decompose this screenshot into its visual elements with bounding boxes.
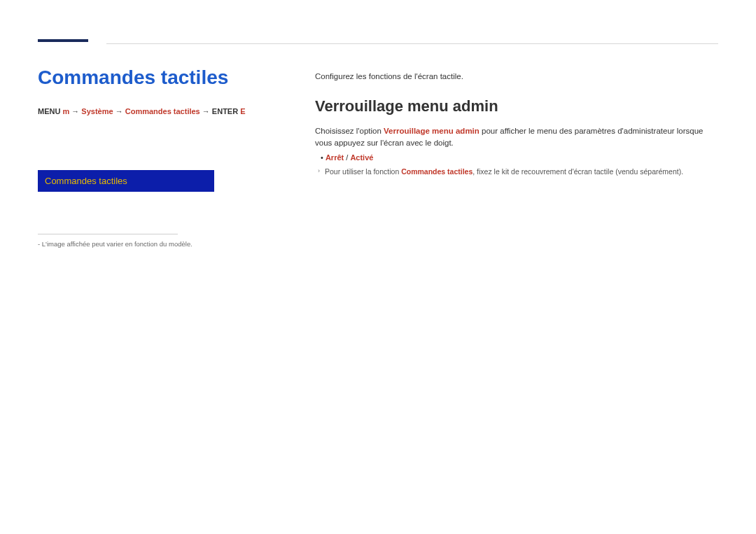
section-title: Verrouillage menu admin: [315, 97, 715, 115]
right-column: Configurez les fonctions de l'écran tact…: [315, 72, 715, 176]
breadcrumb-commandes: Commandes tactiles: [125, 107, 200, 115]
bullet-icon: •: [321, 153, 323, 162]
body-text-a: Choisissez l'option: [315, 127, 384, 135]
option-values: • Arrêt / Activé: [315, 154, 715, 162]
option-active: Activé: [350, 153, 373, 162]
option-arret: Arrêt: [326, 153, 344, 162]
header-accent-bar: [38, 39, 88, 42]
ui-screenshot-preview: Commandes tactiles: [38, 170, 214, 192]
page-title: Commandes tactiles: [38, 66, 269, 89]
breadcrumb-sep: →: [71, 107, 81, 115]
body-paragraph: Choisissez l'option Verrouillage menu ad…: [315, 125, 715, 148]
option-sep: /: [344, 153, 350, 162]
breadcrumb-sep: →: [202, 107, 212, 115]
note-b: , fixez le kit de recouvrement d'écran t…: [472, 167, 683, 176]
breadcrumb: MENU m → Système → Commandes tactiles → …: [38, 107, 269, 115]
menu-item-commandes-tactiles: Commandes tactiles: [38, 170, 214, 192]
breadcrumb-prefix: MENU: [38, 107, 60, 115]
footnote-divider: [38, 234, 178, 234]
breadcrumb-enter-icon: E: [240, 107, 245, 115]
breadcrumb-enter: ENTER: [212, 107, 238, 115]
header-rule: [106, 43, 718, 44]
left-column: Commandes tactiles MENU m → Système → Co…: [38, 66, 269, 248]
breadcrumb-systeme: Système: [81, 107, 113, 115]
breadcrumb-sep: →: [115, 107, 125, 115]
breadcrumb-icon-m: m: [62, 107, 69, 115]
note-accent-commandes: Commandes tactiles: [401, 167, 472, 176]
body-accent-verrouillage: Verrouillage menu admin: [384, 127, 479, 135]
intro-text: Configurez les fonctions de l'écran tact…: [315, 72, 715, 80]
note-a: Pour utiliser la fonction: [325, 167, 401, 176]
footnote-text: - L'image affichée peut varier en foncti…: [38, 240, 269, 248]
note-line: Pour utiliser la fonction Commandes tact…: [315, 167, 715, 176]
